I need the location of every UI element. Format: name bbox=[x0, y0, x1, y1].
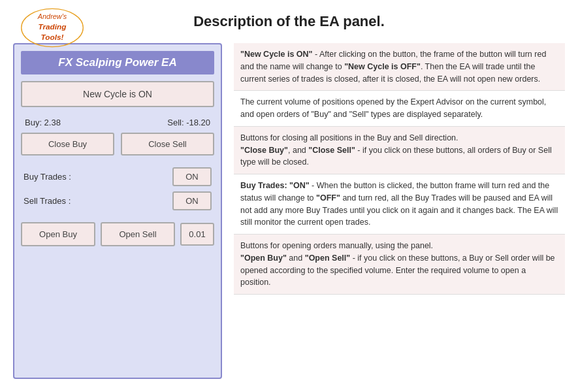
buy-trades-toggle[interactable]: ON bbox=[172, 167, 212, 186]
sell-trades-toggle[interactable]: ON bbox=[172, 191, 212, 210]
svg-text:Trading: Trading bbox=[38, 22, 66, 31]
desc-block-2: The current volume of positions opened b… bbox=[234, 91, 565, 127]
desc-block-3: Buttons for closing all positions in the… bbox=[234, 127, 565, 174]
ea-panel-title: FX Scalping Power EA bbox=[21, 51, 214, 74]
page-title: Description of the EA panel. bbox=[13, 13, 565, 30]
buy-sell-section: Buy: 2.38 Sell: -18.20 Close Buy Close S… bbox=[21, 114, 214, 158]
desc-text-4: Buy Trades: "ON" - When the button is cl… bbox=[240, 181, 558, 227]
buy-sell-buttons: Close Buy Close Sell bbox=[21, 133, 214, 155]
desc-text-2: The current volume of positions opened b… bbox=[240, 97, 546, 119]
description-panel: "New Cycle is ON" - After clicking on th… bbox=[234, 43, 565, 379]
close-sell-button[interactable]: Close Sell bbox=[121, 133, 214, 155]
buy-trades-row: Buy Trades : ON bbox=[21, 167, 214, 186]
sell-label: Sell: -18.20 bbox=[167, 118, 210, 127]
desc-text-1: "New Cycle is ON" - After clicking on th… bbox=[240, 50, 546, 84]
svg-text:Tools!: Tools! bbox=[41, 33, 64, 42]
close-buy-button[interactable]: Close Buy bbox=[21, 133, 114, 155]
volume-input[interactable] bbox=[180, 223, 214, 246]
logo: Andrew's Trading Tools! bbox=[20, 7, 85, 49]
sell-trades-label: Sell Trades : bbox=[24, 196, 71, 206]
buy-sell-labels: Buy: 2.38 Sell: -18.20 bbox=[21, 116, 214, 129]
sell-trades-row: Sell Trades : ON bbox=[21, 191, 214, 210]
desc-block-4: Buy Trades: "ON" - When the button is cl… bbox=[234, 174, 565, 235]
desc-text-5: Buttons for opening orders manually, usi… bbox=[240, 241, 555, 287]
desc-text-3: Buttons for closing all positions in the… bbox=[240, 133, 552, 167]
desc-block-5: Buttons for opening orders manually, usi… bbox=[234, 235, 565, 295]
open-buy-button[interactable]: Open Buy bbox=[21, 222, 95, 246]
open-sell-button[interactable]: Open Sell bbox=[101, 222, 175, 246]
desc-block-1: "New Cycle is ON" - After clicking on th… bbox=[234, 43, 565, 91]
new-cycle-button[interactable]: New Cycle is ON bbox=[21, 81, 214, 107]
buy-label: Buy: 2.38 bbox=[25, 118, 61, 127]
header: Andrew's Trading Tools! Description of t… bbox=[13, 13, 565, 30]
content-area: FX Scalping Power EA New Cycle is ON Buy… bbox=[13, 43, 565, 379]
ea-panel: FX Scalping Power EA New Cycle is ON Buy… bbox=[13, 43, 222, 379]
svg-text:Andrew's: Andrew's bbox=[37, 12, 67, 20]
page-container: Andrew's Trading Tools! Description of t… bbox=[0, 0, 578, 392]
trades-section: Buy Trades : ON Sell Trades : ON bbox=[21, 165, 214, 213]
open-section: Open Buy Open Sell bbox=[21, 222, 214, 246]
buy-trades-label: Buy Trades : bbox=[24, 172, 71, 182]
